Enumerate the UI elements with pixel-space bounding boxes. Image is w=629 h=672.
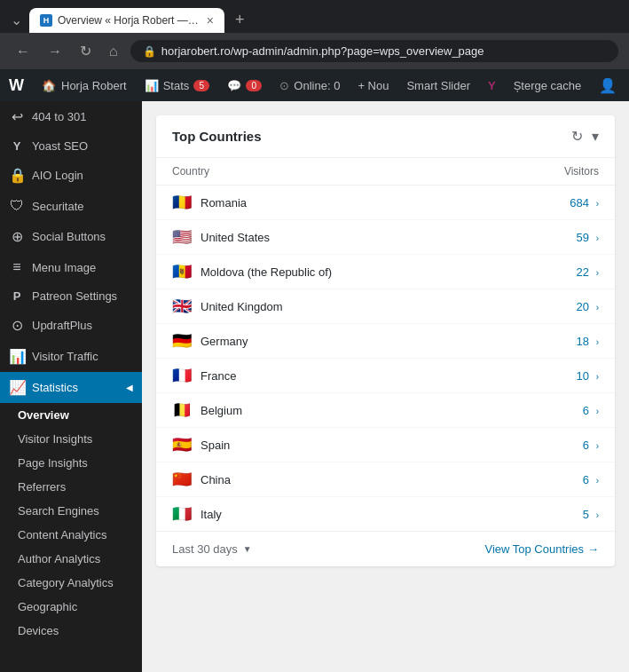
comments-item[interactable]: 💬 0 [218, 69, 271, 101]
visitors-count: 59 [577, 231, 589, 244]
sidebar-item-yoast-seo[interactable]: Y Yoast SEO [0, 132, 142, 160]
online-item[interactable]: ⊙ Online: 0 [271, 69, 349, 101]
table-header-row: Country Visitors [156, 158, 615, 186]
country-cell: 🇺🇸 United States [156, 220, 497, 255]
submenu-devices[interactable]: Devices [0, 619, 142, 643]
table-row[interactable]: 🇲🇩 Moldova (the Republic of) 22 › [156, 255, 615, 289]
visitors-count: 18 [577, 335, 589, 348]
sidebar-item-aio-login[interactable]: 🔒 AIO Login [0, 160, 142, 191]
sidebar-item-updraftplus[interactable]: ⊙ UpdraftPlus [0, 310, 142, 341]
sidebar-item-securitate[interactable]: 🛡 Securitate [0, 191, 142, 221]
row-arrow-icon: › [596, 441, 599, 451]
view-top-countries-label: View Top Countries [484, 542, 584, 556]
visitors-cell: 10 › [497, 359, 615, 393]
home-button[interactable]: ⌂ [104, 42, 123, 61]
submenu-content-analytics[interactable]: Content Analytics [0, 523, 142, 547]
yoast-icon: Y [488, 79, 496, 92]
country-flag: 🇩🇪 [172, 333, 192, 349]
wp-logo-item[interactable]: W [0, 69, 33, 101]
row-arrow-icon: › [596, 303, 599, 312]
tab-list-button[interactable]: ⌄ [7, 8, 26, 32]
row-arrow-icon: › [596, 268, 599, 278]
country-flag: 🇮🇹 [172, 506, 192, 522]
table-row[interactable]: 🇬🇧 United Kingdom 20 › [156, 289, 615, 324]
sidebar-item-patreon[interactable]: P Patreon Settings [0, 282, 142, 310]
new-tab-button[interactable]: + [228, 7, 252, 33]
table-row[interactable]: 🇧🇪 Belgium 6 › [156, 393, 615, 428]
submenu-overview[interactable]: Overview [0, 403, 142, 427]
sidebar-label-menu: Menu Image [32, 261, 96, 274]
sterge-cache-item[interactable]: Șterge cache [505, 69, 591, 101]
submenu-page-insights[interactable]: Page Insights [0, 451, 142, 475]
card-title: Top Countries [172, 129, 262, 144]
sidebar-item-visitor-traffic[interactable]: 📊 Visitor Traffic [0, 341, 142, 372]
tab-title: Overview « Horja Robert — Wo... [58, 14, 201, 27]
sidebar-label-updraft: UpdraftPlus [32, 319, 92, 332]
visitors-count: 6 [583, 404, 589, 417]
country-name: Romania [200, 196, 247, 210]
smart-slider-item[interactable]: Smart Slider [397, 69, 479, 101]
refresh-button[interactable]: ↻ [571, 128, 583, 145]
view-top-countries-link[interactable]: View Top Countries → [484, 542, 599, 556]
online-icon: ⊙ [279, 79, 289, 92]
sidebar-item-menu-image[interactable]: ≡ Menu Image [0, 252, 142, 282]
table-row[interactable]: 🇪🇸 Spain 6 › [156, 428, 615, 462]
submenu-author-analytics[interactable]: Author Analytics [0, 547, 142, 571]
submenu-referrers[interactable]: Referrers [0, 475, 142, 499]
country-cell: 🇬🇧 United Kingdom [156, 289, 497, 324]
sidebar: ↩ 404 to 301 Y Yoast SEO 🔒 AIO Login 🛡 S… [0, 101, 142, 672]
sidebar-item-statistics[interactable]: 📈 Statistics ◀ [0, 372, 142, 403]
submenu-category-analytics[interactable]: Category Analytics [0, 571, 142, 595]
chevron-down-button[interactable]: ▾ [592, 128, 599, 145]
menu-icon: ≡ [9, 259, 25, 275]
country-flag: 🇷🇴 [172, 194, 192, 210]
wp-admin-bar: W 🏠 Horja Robert 📊 Stats 5 💬 0 ⊙ Online:… [0, 69, 629, 101]
yoast-item[interactable]: Y [479, 69, 505, 101]
refresh-button[interactable]: ↻ [75, 41, 97, 61]
site-icon: 🏠 [42, 79, 56, 92]
tab-favicon: H [40, 14, 52, 27]
country-name: Belgium [200, 404, 242, 417]
visitors-count: 684 [570, 196, 589, 210]
submenu-geographic[interactable]: Geographic [0, 595, 142, 619]
forward-button[interactable]: → [43, 42, 67, 61]
new-item[interactable]: + Nou [349, 69, 397, 101]
tab-close-button[interactable]: × [207, 13, 214, 28]
submenu-search-engines[interactable]: Search Engines [0, 499, 142, 523]
comments-icon: 💬 [227, 79, 241, 92]
table-row[interactable]: 🇮🇹 Italy 5 › [156, 497, 615, 532]
sidebar-menu: ↩ 404 to 301 Y Yoast SEO 🔒 AIO Login 🛡 S… [0, 101, 142, 403]
country-name: Germany [200, 335, 248, 348]
sidebar-label-statistics: Statistics [32, 381, 78, 394]
sidebar-item-social-buttons[interactable]: ⊕ Social Buttons [0, 221, 142, 252]
sidebar-label-404-to-301: 404 to 301 [32, 110, 86, 123]
sidebar-label-traffic: Visitor Traffic [32, 350, 98, 363]
row-arrow-icon: › [596, 337, 599, 347]
address-bar[interactable]: 🔒 horjarobert.ro/wp-admin/admin.php?page… [130, 40, 618, 62]
table-row[interactable]: 🇩🇪 Germany 18 › [156, 324, 615, 359]
shield-icon: 🛡 [9, 198, 25, 214]
stats-item[interactable]: 📊 Stats 5 [136, 69, 219, 101]
card-header: Top Countries ↻ ▾ [156, 115, 615, 158]
table-row[interactable]: 🇺🇸 United States 59 › [156, 220, 615, 255]
active-tab[interactable]: H Overview « Horja Robert — Wo... × [29, 8, 224, 33]
period-selector[interactable]: Last 30 days ▼ [172, 542, 252, 556]
country-cell: 🇩🇪 Germany [156, 324, 497, 359]
back-button[interactable]: ← [11, 42, 35, 61]
visitors-cell: 684 › [497, 186, 615, 220]
visitors-cell: 18 › [497, 324, 615, 359]
sidebar-item-404-to-301[interactable]: ↩ 404 to 301 [0, 101, 142, 132]
statistics-submenu: Overview Visitor Insights Page Insights … [0, 403, 142, 643]
country-flag: 🇫🇷 [172, 368, 192, 383]
avatar-item[interactable]: 👤 [590, 69, 625, 101]
site-name-item[interactable]: 🏠 Horja Robert [33, 69, 136, 101]
yoast-sidebar-icon: Y [9, 139, 25, 153]
visitors-count: 22 [577, 265, 589, 279]
country-cell: 🇲🇩 Moldova (the Republic of) [156, 255, 497, 289]
table-row[interactable]: 🇷🇴 Romania 684 › [156, 186, 615, 220]
table-row[interactable]: 🇨🇳 China 6 › [156, 462, 615, 497]
country-name: France [200, 369, 236, 383]
address-text: horjarobert.ro/wp-admin/admin.php?page=w… [161, 44, 484, 58]
submenu-visitor-insights[interactable]: Visitor Insights [0, 427, 142, 451]
table-row[interactable]: 🇫🇷 France 10 › [156, 359, 615, 393]
